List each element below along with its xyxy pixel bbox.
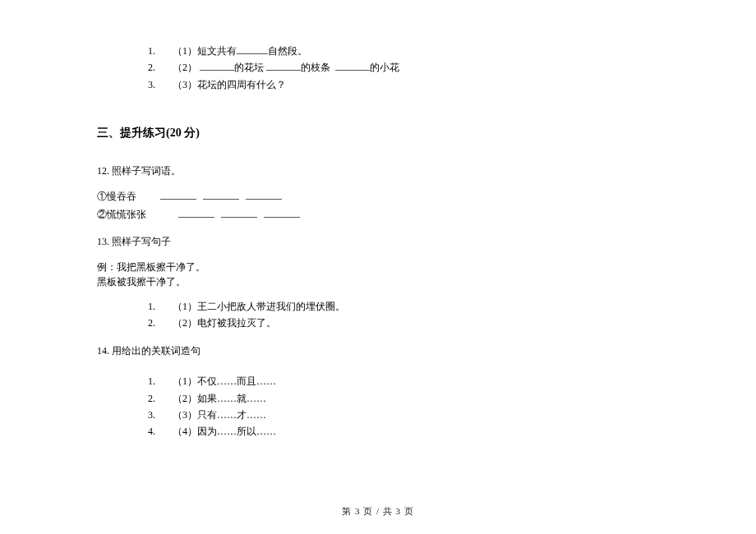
top-question-list: 1. （1）短文共有自然段。 2. （2） 的花坛 的枝条 的小花 3. （3）…	[97, 43, 690, 93]
sub-question-list: 1. （1）王二小把敌人带进我们的埋伏圈。 2. （2）电灯被我拉灭了。	[97, 298, 690, 332]
item-text: （1）不仅……而且……	[173, 373, 276, 389]
question-title: 14. 用给出的关联词造句	[97, 343, 690, 359]
document-content: 1. （1）短文共有自然段。 2. （2） 的花坛 的枝条 的小花 3. （3）…	[0, 43, 756, 440]
fill-blank[interactable]	[221, 208, 257, 218]
section-heading: 三、提升练习(20 分)	[97, 126, 690, 140]
list-item: 4. （4）因为……所以……	[148, 423, 690, 440]
list-item: 2. （2） 的花坛 的枝条 的小花	[148, 59, 690, 76]
fill-blank[interactable]	[203, 190, 239, 200]
example-line: 例：我把黑板擦干净了。	[97, 260, 690, 275]
answer-blanks	[178, 208, 300, 218]
item-number: 2.	[148, 315, 161, 331]
item-text: （3）只有……才……	[173, 407, 266, 423]
question-13: 13. 照样子写句子 例：我把黑板擦干净了。 黑板被我擦干净了。 1. （1）王…	[97, 234, 690, 332]
item-number: 3.	[148, 76, 161, 93]
sub-question-list: 1. （1）不仅……而且…… 2. （2）如果……就…… 3. （3）只有……才…	[97, 373, 690, 440]
list-item: 1. （1）不仅……而且……	[148, 373, 690, 389]
example-label: ②慌慌张张	[97, 207, 158, 223]
item-text: （2）如果……就……	[173, 390, 266, 407]
page-footer: 第 3 页 / 共 3 页	[0, 505, 756, 518]
item-text: （3）花坛的四周有什么？	[173, 76, 286, 93]
item-number: 3.	[148, 407, 161, 423]
question-title: 12. 照样子写词语。	[97, 163, 690, 179]
fill-blank[interactable]	[160, 190, 196, 200]
list-item: 3. （3）只有……才……	[148, 407, 690, 423]
item-text: （4）因为……所以……	[173, 423, 276, 440]
question-12: 12. 照样子写词语。 ①慢吞吞 ②慌慌张张	[97, 163, 690, 223]
example-row: ②慌慌张张	[97, 207, 690, 223]
list-item: 2. （2）如果……就……	[148, 390, 690, 407]
item-number: 1.	[148, 373, 161, 389]
answer-blanks	[160, 190, 282, 200]
fill-blank[interactable]	[266, 61, 301, 71]
example-label: ①慢吞吞	[97, 189, 158, 205]
fill-blank[interactable]	[200, 61, 234, 71]
item-text: （1）短文共有自然段。	[173, 43, 307, 59]
fill-blank[interactable]	[264, 208, 300, 218]
fill-blank[interactable]	[237, 44, 268, 54]
list-item: 1. （1）短文共有自然段。	[148, 43, 690, 59]
example-row: ①慢吞吞	[97, 189, 690, 205]
list-item: 1. （1）王二小把敌人带进我们的埋伏圈。	[148, 298, 690, 315]
item-number: 2.	[148, 390, 161, 407]
fill-blank[interactable]	[335, 61, 370, 71]
example-line: 黑板被我擦干净了。	[97, 274, 690, 290]
item-text: （1）王二小把敌人带进我们的埋伏圈。	[173, 298, 345, 315]
list-item: 3. （3）花坛的四周有什么？	[148, 76, 690, 93]
fill-blank[interactable]	[246, 190, 282, 200]
item-number: 2.	[148, 59, 161, 76]
item-text: （2） 的花坛 的枝条 的小花	[173, 59, 399, 76]
question-14: 14. 用给出的关联词造句 1. （1）不仅……而且…… 2. （2）如果……就…	[97, 343, 690, 440]
item-number: 4.	[148, 423, 161, 440]
fill-blank[interactable]	[178, 208, 214, 218]
item-number: 1.	[148, 298, 161, 315]
list-item: 2. （2）电灯被我拉灭了。	[148, 315, 690, 331]
question-title: 13. 照样子写句子	[97, 234, 690, 250]
item-text: （2）电灯被我拉灭了。	[173, 315, 276, 331]
item-number: 1.	[148, 43, 161, 59]
